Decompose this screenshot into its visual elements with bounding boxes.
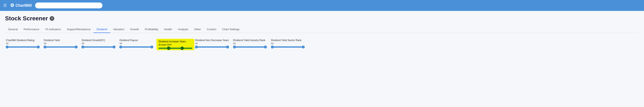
filter-value-dividend-yield-sector-rank: All [271,42,304,45]
slider-track-dividend-yield[interactable] [44,46,78,48]
filter-dividend-growth-5y: Dividend Growth(5Y)All [81,39,118,50]
slider-thumb-right-dividend-payout[interactable] [150,46,153,48]
slider-thumb-right-dividend-yield-industry-rank[interactable] [264,46,267,48]
filter-label-chartmill-dividend-rating: ChartMill Dividend Rating [6,39,40,42]
slider-thumb-left-dividend-payout[interactable] [119,46,122,48]
filter-value-dividend-yield: All [44,42,78,45]
filters-row: ChartMill Dividend RatingAllDividend Yie… [5,39,639,52]
slider-thumb-right-dividend-growth-5y[interactable] [112,46,116,48]
filter-dividend-yield: Dividend YieldAll [43,39,81,50]
filter-label-dividend-yield-industry-rank: Dividend Yield Industry Rank [233,39,267,42]
logo-icon: ⚙ [10,3,14,8]
filter-dividend-yield-industry-rank: Dividend Yield Industry RankAll [232,39,270,50]
filter-dividend-yield-sector-rank: Dividend Yield Sector RankAll [270,39,308,50]
slider-track-dividend-non-decrease-years[interactable] [195,46,229,48]
filter-dividend-payout: Dividend PayoutAll [118,39,156,50]
filter-chartmill-dividend-rating: ChartMill Dividend RatingAll [5,39,43,50]
slider-thumb-right-chartmill-dividend-rating[interactable] [37,46,40,48]
slider-thumb-right-dividend-yield[interactable] [75,46,78,48]
slider-thumb-left-dividend-growth-5y[interactable] [82,46,84,48]
logo[interactable]: ⚙ ChartMill [10,3,32,8]
slider-thumb-left-dividend-yield-sector-rank[interactable] [271,46,274,48]
tab-profitability[interactable]: Profitability [142,26,161,33]
filter-dividend-non-decrease-years: Dividend Non Decrease YearsAll [194,39,232,50]
slider-track-dividend-increase-years[interactable] [158,48,192,49]
slider-thumb-left-dividend-non-decrease-years[interactable] [195,46,198,48]
tab-other[interactable]: Other [191,26,204,33]
slider-thumb-left-dividend-yield-industry-rank[interactable] [233,46,236,48]
filter-value-chartmill-dividend-rating: All [6,42,40,45]
slider-track-dividend-yield-sector-rank[interactable] [271,46,304,48]
filter-label-dividend-growth-5y: Dividend Growth(5Y) [82,39,115,42]
page-title: Stock Screener [5,15,48,22]
slider-track-chartmill-dividend-rating[interactable] [6,46,40,48]
slider-thumb-right-dividend-non-decrease-years[interactable] [226,46,229,48]
filter-value-dividend-growth-5y: All [82,42,115,45]
tab-health[interactable]: Health [161,26,175,33]
search-input[interactable] [35,2,102,8]
filter-value-dividend-payout: All [120,42,153,45]
slider-thumb-left-chartmill-dividend-rating[interactable] [6,46,8,48]
tab-chart-settings[interactable]: Chart Settings [219,26,242,33]
tab-bar: GeneralPerformanceTA IndicatorsSupport/R… [5,26,639,33]
tab-custom[interactable]: Custom [204,26,219,33]
tab-support-resistance[interactable]: Support/Resistance [64,26,94,33]
filter-label-dividend-yield-sector-rank: Dividend Yield Sector Rank [271,39,304,42]
tab-dividend[interactable]: Dividend [94,26,110,33]
slider-thumb-right-dividend-yield-sector-rank[interactable] [302,46,305,48]
header: ☰ ⚙ ChartMill [0,0,644,11]
main-content: Stock Screener ? GeneralPerformanceTA In… [0,11,644,56]
page-title-container: Stock Screener ? [5,15,639,22]
tab-general[interactable]: General [5,26,20,33]
slider-thumb-left-dividend-yield[interactable] [44,46,46,48]
filter-value-dividend-yield-industry-rank: All [233,42,267,45]
slider-track-dividend-growth-5y[interactable] [82,46,115,48]
filter-dividend-increase-years: Dividend Increase YearsAt least 10% [156,39,194,50]
filter-label-dividend-yield: Dividend Yield [44,39,78,42]
tab-growth[interactable]: Growth [127,26,142,33]
logo-text: ChartMill [16,3,32,8]
slider-track-dividend-yield-industry-rank[interactable] [233,46,267,48]
help-icon[interactable]: ? [50,16,54,21]
slider-thumb-left-dividend-increase-years[interactable] [167,47,170,50]
slider-track-dividend-payout[interactable] [120,46,153,48]
filter-label-dividend-increase-years: Dividend Increase Years [158,40,192,43]
filter-value-dividend-increase-years: At least 10% [158,43,192,46]
tab-performance[interactable]: Performance [20,26,42,33]
tab-valuation[interactable]: Valuation [110,26,127,33]
filter-value-dividend-non-decrease-years: All [195,42,229,45]
filter-label-dividend-payout: Dividend Payout [120,39,153,42]
menu-icon[interactable]: ☰ [3,3,7,8]
tab-ta-indicators[interactable]: TA Indicators [42,26,64,33]
tab-analysts[interactable]: Analysts [175,26,191,33]
slider-thumb-right-dividend-increase-years[interactable] [180,47,184,50]
filter-label-dividend-non-decrease-years: Dividend Non Decrease Years [195,39,229,42]
